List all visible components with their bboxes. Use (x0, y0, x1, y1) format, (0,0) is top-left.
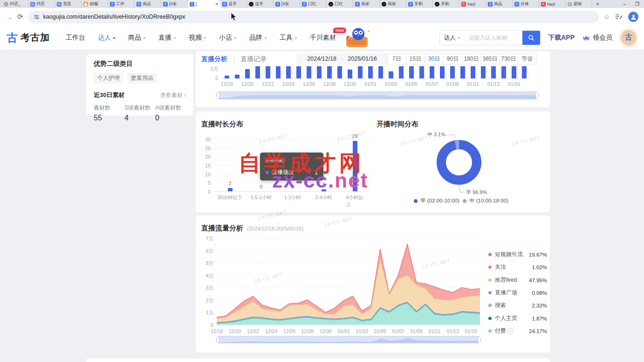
nav-item-达人[interactable]: 达人 (98, 34, 116, 42)
browser-tab[interactable]: 头haol (539, 0, 566, 8)
traffic-legend-item: 直播广场0.08% (488, 289, 547, 297)
browser-tab[interactable]: 目抖店 (28, 0, 55, 8)
nav-item-品牌[interactable]: 品牌 (249, 34, 267, 42)
side-panel-icon[interactable] (615, 14, 623, 20)
range-button-30日[interactable]: 30日 (425, 53, 444, 64)
x-axis-tick: 12/30 (344, 81, 356, 87)
profile-avatar[interactable] (628, 12, 638, 22)
get-membership-link[interactable]: 领会员 (582, 34, 612, 42)
kg-favicon-icon: 古 (163, 2, 168, 7)
kg-favicon-icon: 古 (137, 2, 141, 7)
forward-button[interactable]: → (6, 13, 13, 21)
bluedoc-favicon-icon: 目 (57, 2, 62, 7)
range-button-730日[interactable]: 730日 (499, 53, 518, 64)
reload-button[interactable]: ⟳ (17, 13, 23, 21)
browser-tab[interactable]: 人抖店_ (2, 0, 28, 8)
y-axis-tick: 4万 (199, 273, 213, 279)
x-axis-tick: 12/24 (265, 328, 277, 334)
y-axis-tick: 3万 (199, 285, 213, 292)
range-button-7日[interactable]: 7日 (387, 53, 406, 64)
data-zoom-brush[interactable] (216, 91, 539, 99)
browser-tab[interactable]: 古商家 (353, 0, 380, 8)
brush-handle-left[interactable] (216, 336, 219, 343)
browser-tab[interactable]: 目首页 (55, 0, 82, 8)
search-button[interactable] (522, 31, 540, 45)
range-button-180日[interactable]: 180日 (462, 53, 481, 64)
browser-tab[interactable]: 古分体 (513, 0, 539, 8)
y-axis-tick: 10 (199, 172, 211, 177)
x-axis-tick: 12/26 (283, 328, 295, 334)
restore-button[interactable]: ❐ (635, 1, 639, 7)
tab-title: 这牙 (228, 1, 237, 7)
browser-tab[interactable]: 古这牙 (220, 0, 247, 8)
browser-tab[interactable]: ♪商家 (380, 0, 406, 8)
site-logo[interactable]: 古 考古加 (7, 31, 50, 44)
view-materials-link[interactable]: 查看素材 › (160, 91, 186, 99)
browser-tab[interactable]: 古商品 (135, 0, 161, 8)
search-category-select[interactable]: 达人 (440, 34, 464, 42)
browser-tab[interactable]: 古口红 (300, 0, 327, 8)
traffic-legend-item: 付费i24.17% (488, 327, 547, 335)
range-button-15日[interactable]: 15日 (406, 53, 425, 64)
legend-dot (463, 199, 466, 203)
divider: | (233, 55, 235, 63)
browser-tab[interactable]: 古工作 (108, 0, 135, 8)
kg-favicon-icon: 古 (275, 2, 280, 7)
browser-tab[interactable]: 古[4女 (161, 0, 188, 8)
browser-tab[interactable]: ♪这牙 (247, 0, 274, 8)
red-favicon-icon: 头 (541, 2, 546, 7)
legend-percent: 24.17% (529, 328, 547, 334)
range-button-节促[interactable]: 节促 (518, 53, 537, 64)
data-zoom-brush[interactable] (216, 336, 481, 343)
download-app-link[interactable]: 下载APP (548, 34, 575, 42)
brush-handle-left[interactable] (216, 92, 219, 99)
nav-item-视频[interactable]: 视频 (189, 34, 206, 42)
site-info-icon[interactable] (34, 14, 40, 20)
nav-item-直播[interactable]: 直播 (158, 34, 176, 42)
browser-tab[interactable]: ○新标 (566, 0, 592, 8)
nav-item-千川素材[interactable]: 千川素材New (310, 34, 336, 42)
tab-title: 抖店_ (10, 1, 21, 7)
browser-tab-active[interactable]: 古[✕ (188, 0, 220, 8)
range-button-365日[interactable]: 365日 (480, 53, 500, 64)
nav-item-小店[interactable]: 小店 (219, 34, 237, 42)
new-tab-button[interactable]: + (596, 1, 599, 7)
brush-handle-right[interactable] (478, 336, 481, 343)
daily-bar (296, 66, 301, 78)
tab-live-records[interactable]: 直播记录 (240, 55, 267, 63)
account-avatar[interactable]: 古 (620, 29, 637, 47)
y-axis-tick: 5万 (199, 260, 213, 267)
browser-tab[interactable]: 古商品 (486, 0, 513, 8)
x-axis-tick: 12/26 (303, 81, 315, 87)
duration-bar (228, 188, 233, 191)
browser-tab[interactable]: ▆创编 (82, 0, 108, 8)
daily-bar (450, 66, 455, 78)
range-button-90日[interactable]: 90日 (443, 53, 462, 64)
nav-item-label: 工具 (280, 34, 293, 42)
browser-tab[interactable]: 头haol (459, 0, 486, 8)
x-axis-tick: 01/03 (385, 81, 397, 87)
nav-item-工作台[interactable]: 工作台 (66, 34, 85, 42)
browser-tab[interactable]: ♪牙刷 (433, 0, 459, 8)
nav-item-工具[interactable]: 工具 (280, 34, 297, 42)
browser-tab[interactable]: 古牙刷 (406, 0, 433, 8)
legend-dot (488, 265, 492, 269)
daily-chart-panel: 直播分析 | 直播记录 2024/12/18 - 2025/01/16 7日15… (196, 51, 550, 107)
nav-item-商品[interactable]: 商品 (128, 34, 146, 42)
daily-bar (337, 66, 342, 78)
brush-handle-right[interactable] (535, 92, 539, 99)
browser-tab[interactable]: 古[4女 (274, 0, 300, 8)
browser-tab[interactable]: ♪口红 (327, 0, 353, 8)
date-range-picker[interactable]: 2024/12/18 - 2025/01/16 (296, 53, 388, 64)
material-section-title: 近30日素材 (94, 91, 124, 99)
close-tab-icon[interactable]: ✕ (215, 2, 219, 7)
bookmark-star-icon[interactable]: ☆ (603, 13, 610, 21)
tab-live-analysis[interactable]: 直播分析 (201, 55, 227, 63)
search-input[interactable] (465, 35, 522, 41)
membership-label: 领会员 (593, 34, 612, 42)
url-bar[interactable]: kaogujia.com/darenDetails/liveHistory/Xo… (28, 11, 599, 23)
duration-bar (322, 189, 326, 191)
x-axis-tick: 01/15 (508, 81, 520, 87)
grid-line (214, 191, 370, 192)
minimize-button[interactable]: – (623, 1, 626, 7)
